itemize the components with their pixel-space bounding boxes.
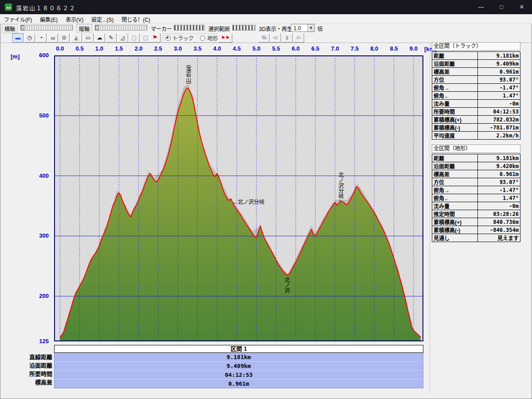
menu-item-settings[interactable]: 設定...(S) [87, 14, 117, 23]
stat-label: 見通し [432, 234, 478, 242]
axis-clock-button[interactable]: ◔ [35, 33, 47, 43]
stat-value: 2.2km/h [478, 132, 520, 140]
stats-row: 俯角→-1.47° [432, 84, 520, 92]
axis-number-button[interactable]: 123 [47, 33, 58, 43]
stat-label: 累積標高(-) [432, 226, 478, 234]
section-stat-value: 9.181km [55, 353, 423, 362]
horizontal-axis-zoom-slider[interactable] [20, 25, 73, 31]
stat-value: 9.420km [478, 162, 520, 170]
stats-row: 累積標高(-)-781.071m [432, 124, 520, 132]
number-123-icon: 123 [51, 37, 55, 40]
slider-knob[interactable] [95, 25, 99, 30]
marker-position-slider[interactable] [174, 25, 205, 31]
stat-label: 俯角→ [432, 84, 478, 92]
stats-row: 距離9.181km [432, 154, 520, 162]
stat-label: 俯角← [432, 92, 478, 100]
stat-label: 標高差 [432, 170, 478, 178]
menubar: ファイル(F)編集(E)表示(V)設定...(S)閉じる！(C) [0, 14, 532, 24]
stat-label: 沿面距離 [432, 60, 478, 68]
x-axis-tick-label: 8.0 [367, 45, 381, 52]
minimize-button[interactable]: — [471, 0, 491, 14]
stat-value: 9.409km [478, 60, 520, 68]
menu-item-edit[interactable]: 編集(E) [36, 14, 62, 23]
stat-label: 俯角→ [432, 186, 478, 194]
selection-range-slider[interactable] [232, 25, 255, 31]
stats-table: 距離9.181km沿面距離9.409km標高差0.961m方位93.07°俯角→… [432, 51, 520, 140]
selection-pin-button[interactable]: ⚑⚑ [218, 33, 232, 43]
x-axis-tick-label: 0.0 [53, 45, 67, 52]
axis-timer-button[interactable]: ⊙ [59, 33, 70, 43]
playback-button-group: %≪▮≫ [258, 33, 305, 43]
maximize-button[interactable]: □ [491, 0, 512, 14]
menu-item-close[interactable]: 閉じる！(C) [117, 14, 154, 23]
gps-track-profile-window: { "window": { "title": "藻岩山１８０６２２", "min… [0, 0, 532, 399]
stat-label: 累積標高(+) [432, 218, 478, 226]
close-button[interactable]: ✕ [512, 0, 532, 14]
marker-label: マーカー [151, 25, 172, 32]
profile-ghost1-button[interactable]: ▢ [129, 33, 140, 43]
axis-distance-button[interactable]: ▬ [12, 33, 23, 43]
stat-label: 方位 [432, 76, 478, 84]
section-stat-values: 9.181km9.409km04:12:530.961m [54, 353, 423, 388]
profile-slope-button[interactable]: ◿ [117, 33, 128, 43]
x-axis-tick-label: 3.0 [171, 45, 185, 52]
stat-value: 9.181km [478, 52, 520, 60]
chevron-down-icon[interactable]: ▼ [307, 24, 314, 31]
menu-item-view[interactable]: 表示(V) [62, 14, 87, 23]
y-axis-tick-label: 125 [26, 338, 49, 344]
playback-speed-value: 1.0 [293, 25, 301, 31]
step-forward-button[interactable]: ≫ [293, 33, 304, 43]
play-pause-button[interactable]: ▮ [282, 33, 293, 43]
stat-label: 所要時間 [432, 108, 478, 116]
x-axis-tick-label: 4.5 [230, 45, 244, 52]
profile-band-button[interactable]: ▭ [82, 33, 94, 43]
profile-source-radio-group: トラック 地形 [162, 33, 225, 43]
vertical-axis-zoom-slider[interactable] [95, 25, 147, 31]
y-axis-tick-label: 500 [26, 112, 49, 119]
profile-pen-button[interactable]: ✎ [106, 33, 117, 43]
section-stat-label: 標高差 [7, 378, 52, 387]
x-axis-tick-label: 2.5 [151, 45, 165, 52]
clock-icon: ◷ [27, 35, 31, 41]
stats-section-header: 全区間（トラック） [432, 42, 520, 51]
stats-row: 俯角←1.47° [432, 194, 520, 202]
stats-row: 平均速度2.2km/h [432, 132, 520, 140]
slider-knob[interactable] [21, 25, 24, 30]
axis-time-button[interactable]: ◷ [24, 33, 35, 43]
stats-row: 累積標高(-)-846.354m [432, 226, 520, 234]
profile-mountain-button[interactable]: ◭ [71, 33, 82, 43]
distance-bar-icon: ▬ [16, 35, 21, 41]
playback-mode-button[interactable]: % [258, 33, 270, 43]
menu-item-file[interactable]: ファイル(F) [0, 14, 36, 23]
x-axis-tick-label: 9.0 [407, 45, 421, 52]
stat-value: -0m [478, 202, 520, 210]
radio-terrain-label: 地形 [207, 35, 218, 42]
toolbar-sliders: 横軸 縦軸 マーカー 選択範囲 3D表示・再生 1.0 ▼ 倍 [0, 23, 532, 32]
playback-speed-select[interactable]: 1.0 ▼ [291, 24, 315, 32]
marker-pin-button[interactable]: ⚑ [149, 33, 160, 43]
radio-terrain[interactable]: 地形 [200, 34, 218, 42]
horizontal-axis-label: 横軸 [2, 24, 18, 33]
elevation-profile-chart[interactable] [54, 55, 423, 341]
stat-label: 距離 [432, 154, 478, 162]
stat-value: -846.354m [478, 226, 520, 234]
stats-row: 方位93.07° [432, 178, 520, 186]
panel-divider [430, 42, 430, 392]
selection-pin-group: ⚑⚑ [218, 33, 233, 43]
radio-unselected-icon [200, 35, 205, 41]
stat-value: 840.736m [478, 218, 520, 226]
y-axis-unit-label: [m] [11, 53, 20, 60]
stat-value: -1.47° [478, 186, 520, 194]
x-axis-tick-label: 7.0 [328, 45, 342, 52]
window-title: 藻岩山１８０６２２ [16, 4, 76, 12]
section-stat-value: 9.409km [55, 362, 423, 371]
stat-label: 標高差 [432, 68, 478, 76]
stat-value: 0.961m [478, 68, 520, 76]
rewind-icon: ≪ [273, 35, 278, 41]
step-back-button[interactable]: ≪ [270, 33, 281, 43]
stats-row: 沿面距離9.409km [432, 60, 520, 68]
stat-value: 782.032m [478, 116, 520, 124]
profile-cloud-button[interactable]: ☁ [94, 33, 105, 43]
stopwatch-icon: ⊙ [62, 35, 66, 41]
radio-track[interactable]: トラック [165, 34, 194, 42]
